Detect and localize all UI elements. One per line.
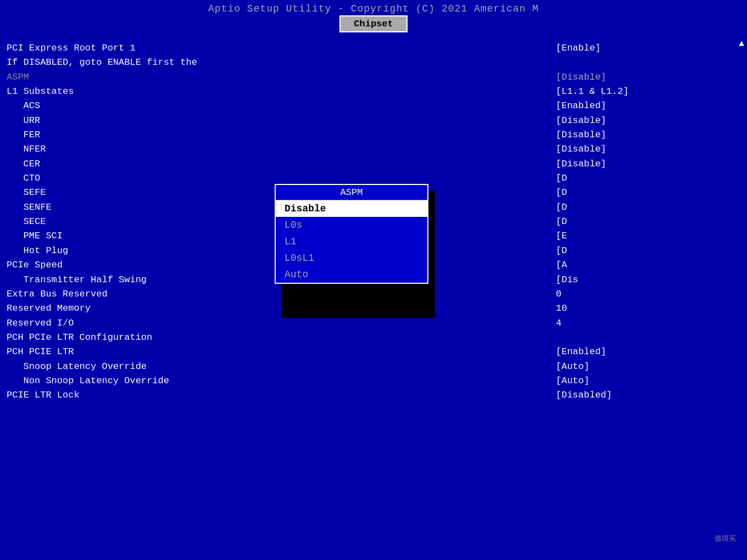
- val-sefe: [D: [556, 186, 729, 200]
- val-pci-express-root-port: [Enable]: [556, 41, 729, 55]
- val-hot-plug: [D: [556, 244, 729, 258]
- val-reserved-io: 4: [556, 316, 729, 331]
- val-pch-pcie-ltr-config: [556, 331, 729, 345]
- label-non-snoop-latency: Non Snoop Latency Override: [7, 374, 169, 388]
- aspm-popup-box: ASPM Disable L0s L1 L0sL1 Auto: [275, 184, 428, 284]
- values-panel: [Enable] [Disable] [L1.1 & L1.2] [Enable…: [549, 37, 736, 560]
- val-fer: [Disable]: [556, 128, 729, 142]
- row-l1-substates[interactable]: L1 Substates: [7, 85, 543, 99]
- val-pcie-speed: [A: [556, 258, 729, 272]
- row-snoop-latency[interactable]: Snoop Latency Override: [7, 360, 543, 374]
- val-non-snoop-latency: [Auto]: [556, 374, 729, 388]
- label-pch-pcie-ltr: PCH PCIE LTR: [7, 345, 74, 359]
- aspm-option-l0sl1[interactable]: L0sL1: [276, 250, 427, 266]
- row-reserved-memory[interactable]: Reserved Memory: [7, 301, 543, 316]
- val-pme-sci: [E: [556, 229, 729, 243]
- val-cer: [Disable]: [556, 157, 729, 171]
- val-l1-substates: [L1.1 & L1.2]: [556, 85, 729, 99]
- row-urr[interactable]: URR: [7, 114, 543, 128]
- settings-list: PCI Express Root Port 1 If DISABLED, got…: [0, 37, 549, 560]
- val-nfer: [Disable]: [556, 142, 729, 156]
- bios-screen: Aptio Setup Utility - Copyright (C) 2021…: [0, 0, 747, 560]
- main-content: PCI Express Root Port 1 If DISABLED, got…: [0, 37, 747, 560]
- row-fer[interactable]: FER: [7, 128, 543, 142]
- header-text: Aptio Setup Utility - Copyright (C) 2021…: [208, 3, 539, 14]
- label-cer: CER: [7, 157, 40, 171]
- label-pcie-ltr-lock: PCIE LTR Lock: [7, 388, 80, 402]
- row-acs[interactable]: ACS: [7, 99, 543, 113]
- label-acs: ACS: [7, 99, 40, 113]
- watermark-text: 值得买: [715, 534, 736, 544]
- label-reserved-memory: Reserved Memory: [7, 301, 91, 316]
- label-aspm: ASPM: [7, 70, 29, 85]
- label-l1-substates: L1 Substates: [7, 85, 74, 99]
- val-cto: [D: [556, 171, 729, 186]
- tab-bar: Chipset: [0, 15, 747, 32]
- val-senfe: [D: [556, 200, 729, 215]
- val-urr: [Disable]: [556, 114, 729, 128]
- val-reserved-memory: 10: [556, 301, 729, 316]
- row-if-disabled: If DISABLED, goto ENABLE first the: [7, 55, 543, 70]
- label-reserved-io: Reserved I/O: [7, 316, 74, 331]
- scrollbar[interactable]: ▲: [736, 37, 747, 560]
- val-aspm: [Disable]: [556, 70, 729, 85]
- val-sece: [D: [556, 215, 729, 229]
- label-extra-bus-reserved: Extra Bus Reserved: [7, 287, 108, 301]
- row-nfer[interactable]: NFER: [7, 142, 543, 156]
- label-pch-pcie-ltr-config: PCH PCIe LTR Configuration: [7, 331, 152, 345]
- aspm-popup-title: ASPM: [276, 185, 427, 200]
- aspm-option-auto[interactable]: Auto: [276, 266, 427, 283]
- row-pch-pcie-ltr[interactable]: PCH PCIE LTR: [7, 345, 543, 359]
- tab-chipset[interactable]: Chipset: [339, 15, 407, 32]
- label-pcie-speed: PCIe Speed: [7, 258, 63, 272]
- val-snoop-latency: [Auto]: [556, 360, 729, 374]
- scroll-up-arrow[interactable]: ▲: [739, 39, 744, 49]
- header-title: Aptio Setup Utility - Copyright (C) 2021…: [0, 0, 747, 14]
- label-pme-sci: PME SCI: [7, 229, 63, 243]
- aspm-option-disable[interactable]: Disable: [276, 200, 427, 217]
- label-snoop-latency: Snoop Latency Override: [7, 360, 147, 374]
- row-aspm[interactable]: ASPM: [7, 70, 543, 85]
- row-pch-pcie-ltr-config: PCH PCIe LTR Configuration: [7, 331, 543, 345]
- row-non-snoop-latency[interactable]: Non Snoop Latency Override: [7, 374, 543, 388]
- row-reserved-io[interactable]: Reserved I/O: [7, 316, 543, 331]
- label-pci-express-root-port: PCI Express Root Port 1: [7, 41, 136, 55]
- aspm-dropdown-popup[interactable]: ASPM Disable L0s L1 L0sL1 Auto: [275, 184, 428, 284]
- label-sece: SECE: [7, 215, 46, 229]
- aspm-option-l1[interactable]: L1: [276, 233, 427, 250]
- val-transmitter-half-swing: [Dis: [556, 273, 729, 287]
- val-if-disabled: [556, 55, 729, 70]
- val-acs: [Enabled]: [556, 99, 729, 113]
- val-pch-pcie-ltr: [Enabled]: [556, 345, 729, 359]
- label-if-disabled: If DISABLED, goto ENABLE first the: [7, 55, 197, 70]
- row-pci-express-root-port[interactable]: PCI Express Root Port 1: [7, 41, 543, 55]
- label-nfer: NFER: [7, 142, 46, 156]
- label-hot-plug: Hot Plug: [7, 244, 68, 258]
- val-pcie-ltr-lock: [Disabled]: [556, 388, 729, 402]
- label-transmitter-half-swing: Transmitter Half Swing: [7, 273, 147, 287]
- label-cto: CTO: [7, 171, 40, 186]
- val-extra-bus-reserved: 0: [556, 287, 729, 301]
- label-urr: URR: [7, 114, 40, 128]
- row-pcie-ltr-lock[interactable]: PCIE LTR Lock: [7, 388, 543, 402]
- aspm-option-l0s[interactable]: L0s: [276, 217, 427, 233]
- label-fer: FER: [7, 128, 40, 142]
- label-senfe: SENFE: [7, 200, 52, 215]
- label-sefe: SEFE: [7, 186, 46, 200]
- row-cer[interactable]: CER: [7, 157, 543, 171]
- row-extra-bus-reserved[interactable]: Extra Bus Reserved: [7, 287, 543, 301]
